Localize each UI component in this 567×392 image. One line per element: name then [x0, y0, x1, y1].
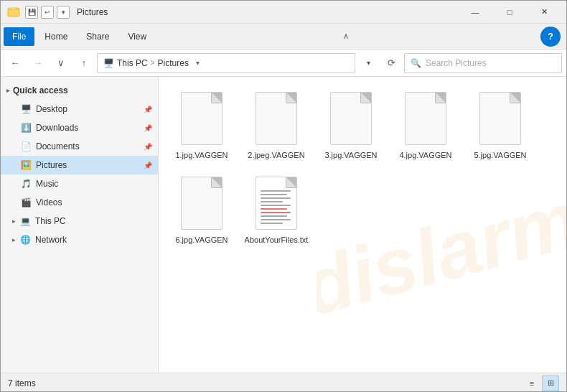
- ribbon-toggle[interactable]: ∧: [343, 32, 349, 41]
- minimize-button[interactable]: —: [459, 1, 492, 24]
- music-label: Music: [36, 179, 58, 189]
- videos-icon: 🎬: [21, 197, 32, 207]
- file-doc-icon: [256, 92, 297, 145]
- address-bar: ← → ∨ ↑ 🖥️ This PC > Pictures ▾ ▾ ⟳ 🔍 Se…: [1, 50, 566, 77]
- downloads-label: Downloads: [36, 123, 78, 133]
- path-end-chevron: ▾: [196, 59, 200, 67]
- file-doc-icon: [479, 92, 521, 145]
- refresh-button[interactable]: ⟳: [381, 53, 401, 73]
- close-button[interactable]: ✕: [528, 1, 561, 24]
- thispc-icon: 💻: [20, 216, 31, 226]
- documents-label: Documents: [36, 141, 80, 151]
- sidebar: ▸ Quick access 🖥️ Desktop 📌 ⬇️ Downloads…: [1, 77, 159, 373]
- file-item[interactable]: AboutYourFiles.txt: [240, 169, 312, 251]
- menu-share[interactable]: Share: [78, 27, 118, 46]
- pictures-label: Pictures: [36, 160, 67, 170]
- pictures-icon: 🖼️: [21, 160, 32, 170]
- search-icon: 🔍: [411, 58, 421, 68]
- file-name: 4.jpg.VAGGEN: [399, 150, 451, 160]
- qs-save[interactable]: 💾: [25, 6, 38, 19]
- file-name: 3.jpg.VAGGEN: [324, 150, 377, 160]
- file-name: 5.jpg.VAGGEN: [474, 150, 526, 160]
- sidebar-item-pictures[interactable]: 🖼️ Pictures 📌: [1, 156, 158, 174]
- address-path[interactable]: 🖥️ This PC > Pictures ▾: [97, 53, 355, 73]
- quick-access-toolbar: 💾 ↩ ▾: [25, 6, 70, 19]
- file-item[interactable]: 6.jpg.VAGGEN: [166, 169, 238, 251]
- list-view-button[interactable]: ≡: [523, 375, 540, 391]
- path-sep-1: >: [151, 59, 155, 67]
- forward-button[interactable]: →: [28, 53, 48, 73]
- pin-icon-documents: 📌: [144, 143, 152, 151]
- sidebar-item-videos[interactable]: 🎬 Videos: [1, 193, 158, 212]
- back-button[interactable]: ←: [5, 53, 25, 73]
- svg-rect-1: [8, 9, 19, 17]
- pictures-crumb[interactable]: Pictures: [158, 58, 189, 68]
- window-controls: — □ ✕: [459, 1, 561, 24]
- sidebar-item-music[interactable]: 🎵 Music: [1, 174, 158, 193]
- thispc-chevron: ▸: [12, 218, 16, 225]
- file-doc-icon: [181, 177, 222, 230]
- sidebar-item-desktop[interactable]: 🖥️ Desktop 📌: [1, 100, 158, 118]
- file-icon-container: [177, 174, 226, 232]
- documents-icon: 📄: [21, 141, 32, 151]
- search-placeholder: Search Pictures: [426, 58, 487, 68]
- file-doc-icon: [405, 92, 446, 145]
- pin-icon-downloads: 📌: [144, 124, 152, 132]
- view-buttons: ≡ ⊞: [523, 375, 559, 391]
- file-area: 1.jpg.VAGGEN2.jpeg.VAGGEN3.jpg.VAGGEN4.j…: [159, 77, 566, 258]
- address-dropdown[interactable]: ▾: [358, 53, 378, 73]
- desktop-label: Desktop: [36, 104, 67, 114]
- thispc-crumb[interactable]: This PC: [117, 58, 148, 68]
- file-item[interactable]: 5.jpg.VAGGEN: [464, 84, 536, 166]
- sidebar-quickaccess-label: Quick access: [13, 85, 68, 95]
- videos-label: Videos: [36, 197, 62, 207]
- network-label: Network: [35, 235, 67, 245]
- sidebar-quickaccess-header[interactable]: ▸ Quick access: [1, 81, 158, 100]
- pin-icon-pictures: 📌: [144, 162, 152, 169]
- network-chevron: ▸: [12, 236, 16, 243]
- sidebar-item-documents[interactable]: 📄 Documents 📌: [1, 137, 158, 156]
- pin-icon-desktop: 📌: [144, 106, 152, 113]
- qs-undo[interactable]: ↩: [41, 6, 54, 19]
- file-doc-icon: [330, 92, 372, 145]
- file-doc-icon: [181, 92, 222, 145]
- file-icon-container: [476, 90, 525, 147]
- sidebar-item-downloads[interactable]: ⬇️ Downloads 📌: [1, 118, 158, 137]
- menu-view[interactable]: View: [119, 27, 155, 46]
- file-item[interactable]: 1.jpg.VAGGEN: [166, 84, 238, 166]
- menu-file[interactable]: File: [4, 27, 34, 46]
- music-icon: 🎵: [21, 179, 32, 189]
- file-name: 2.jpeg.VAGGEN: [248, 150, 304, 160]
- help-button[interactable]: ?: [540, 27, 561, 47]
- file-name: AboutYourFiles.txt: [245, 235, 309, 245]
- file-doc-icon: [256, 177, 297, 230]
- up-button[interactable]: ↑: [74, 53, 94, 73]
- main-content: ▸ Quick access 🖥️ Desktop 📌 ⬇️ Downloads…: [1, 77, 566, 373]
- grid-view-button[interactable]: ⊞: [542, 375, 559, 391]
- file-icon-container: [177, 90, 226, 147]
- title-bar: 💾 ↩ ▾ Pictures — □ ✕: [1, 1, 566, 24]
- sidebar-item-network[interactable]: ▸ 🌐 Network: [1, 230, 158, 249]
- status-bar: 7 items ≡ ⊞: [1, 373, 566, 392]
- file-item[interactable]: 2.jpeg.VAGGEN: [240, 84, 312, 166]
- thispc-label: This PC: [35, 216, 66, 226]
- search-box[interactable]: 🔍 Search Pictures: [404, 53, 562, 73]
- file-item[interactable]: 3.jpg.VAGGEN: [315, 84, 387, 166]
- network-icon: 🌐: [20, 235, 31, 245]
- menu-home[interactable]: Home: [36, 27, 76, 46]
- file-icon-container: [401, 90, 450, 147]
- sidebar-item-thispc[interactable]: ▸ 💻 This PC: [1, 212, 158, 230]
- downloads-icon: ⬇️: [21, 123, 32, 133]
- file-item[interactable]: 4.jpg.VAGGEN: [390, 84, 461, 166]
- desktop-icon: 🖥️: [21, 104, 32, 114]
- file-icon-container: [252, 174, 301, 232]
- recent-locations-button[interactable]: ∨: [51, 53, 71, 73]
- items-count: 7 items: [8, 378, 523, 388]
- menu-bar: File Home Share View ∧ ?: [1, 24, 566, 50]
- maximize-button[interactable]: □: [493, 1, 526, 24]
- qs-dropdown[interactable]: ▾: [57, 6, 70, 19]
- window-title: Pictures: [77, 7, 459, 17]
- address-icon: 🖥️: [103, 58, 114, 68]
- quickaccess-chevron: ▸: [6, 87, 10, 94]
- title-bar-icon: [6, 5, 21, 19]
